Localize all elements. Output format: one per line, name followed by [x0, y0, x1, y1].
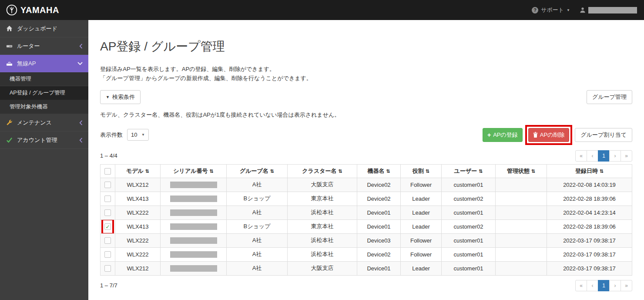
table-row: WLX222A社浜松本社Device02Followercustomer0120… — [101, 247, 632, 261]
sidebar-item-label: ダッシュボード — [17, 25, 57, 33]
row-checkbox[interactable] — [104, 209, 111, 216]
account-menu[interactable] — [580, 7, 637, 13]
select-all-checkbox[interactable] — [104, 168, 111, 175]
sidebar-item-label: アカウント管理 — [17, 136, 57, 144]
sidebar-item-router[interactable]: ルーター — [0, 37, 88, 55]
sort-icon[interactable]: ⇅ — [426, 169, 429, 174]
header-user[interactable]: ユーザー⇅ — [442, 164, 496, 178]
wireless-ap-submenu: 機器管理 AP登録 / グループ管理 管理対象外機器 — [0, 72, 88, 114]
cell-user: customer01 — [442, 261, 496, 275]
chevron-left-icon — [79, 44, 83, 49]
ap-register-button[interactable]: + APの登録 — [483, 128, 523, 142]
trash-icon — [533, 132, 538, 138]
cell-date: 2022-02-28 18:39:06 — [547, 192, 632, 206]
pagination-prev[interactable]: ‹ — [587, 150, 598, 162]
topbar-right: ? サポート ▼ — [532, 6, 637, 14]
row-select-cell — [101, 192, 115, 206]
sidebar-item-maintenance[interactable]: メンテナンス — [0, 114, 88, 131]
sort-icon[interactable]: ⇅ — [386, 169, 390, 174]
header-model[interactable]: モデル⇅ — [115, 164, 161, 178]
sidebar-item-dashboard[interactable]: ダッシュボード — [0, 20, 88, 37]
sidebar-item-ap-registration[interactable]: AP登録 / グループ管理 — [0, 86, 88, 100]
result-range-bottom: 1 – 7/7 — [100, 282, 117, 289]
cell-model: WLX212 — [115, 178, 161, 192]
header-date[interactable]: 登録日時⇅ — [547, 164, 632, 178]
pagination-page-1[interactable]: 1 — [598, 150, 610, 162]
sidebar-item-wireless-ap[interactable]: 無線AP — [0, 55, 88, 72]
row-checkbox[interactable] — [104, 196, 111, 202]
cell-status — [496, 178, 547, 192]
cell-role: Follower — [401, 233, 442, 247]
chevron-left-icon — [79, 120, 83, 125]
header-cluster[interactable]: クラスター名⇅ — [288, 164, 357, 178]
group-assign-button[interactable]: グループ割り当て — [575, 128, 632, 142]
cell-group: A社 — [227, 247, 288, 261]
support-menu[interactable]: ? サポート ▼ — [532, 6, 570, 14]
ap-delete-button[interactable]: APの削除 — [528, 128, 570, 142]
cell-role: Leader — [401, 261, 442, 275]
cell-date: 2022-03-17 09:38:17 — [547, 261, 632, 275]
sort-icon[interactable]: ⇅ — [531, 169, 535, 174]
pagination-top: « ‹ 1 › » — [575, 150, 632, 162]
header-device[interactable]: 機器名⇅ — [357, 164, 401, 178]
sidebar-item-label: 無線AP — [17, 60, 36, 67]
header-role[interactable]: 役割⇅ — [401, 164, 442, 178]
sort-icon[interactable]: ⇅ — [210, 169, 214, 174]
row-checkbox[interactable] — [104, 265, 111, 272]
sort-icon[interactable]: ⇅ — [600, 169, 604, 174]
cell-device: Device02 — [357, 247, 401, 261]
cell-cluster: 東京本社 — [288, 192, 357, 206]
sort-icon[interactable]: ⇅ — [270, 169, 274, 174]
controls-row: 表示件数 10 ▼ + APの登録 — [100, 125, 632, 145]
access-point-icon — [6, 60, 13, 67]
sidebar-item-device-management[interactable]: 機器管理 — [0, 72, 88, 86]
pagination-page-1[interactable]: 1 — [598, 280, 610, 291]
page-description: 登録済みAP一覧を表示します。APの登録、編集、削除ができます。 「グループ管理… — [100, 64, 632, 83]
page-size-select[interactable]: 10 ▼ — [127, 129, 149, 141]
pagination-last[interactable]: » — [621, 150, 632, 162]
cell-date: 2022-02-08 14:03:19 — [547, 178, 632, 192]
sort-icon[interactable]: ⇅ — [145, 169, 149, 174]
group-manage-button[interactable]: グループ管理 — [587, 90, 632, 104]
page-size-control: 表示件数 10 ▼ — [100, 129, 149, 141]
serial-redacted — [170, 182, 217, 188]
description-line-2: 「グループ管理」からグループの新規作成、編集、削除を行なうことができます。 — [100, 74, 632, 83]
cell-role: Leader — [401, 206, 442, 219]
table-row: WLX212A社大阪支店Device01Leadercustomer012022… — [101, 261, 632, 275]
chevron-down-icon: ▼ — [567, 8, 570, 12]
pagination-next[interactable]: › — [609, 280, 621, 291]
row-select-cell — [101, 247, 115, 261]
pagination-next[interactable]: › — [609, 150, 621, 162]
row-checkbox[interactable] — [104, 237, 111, 244]
page-title: AP登録 / グループ管理 — [100, 38, 632, 55]
header-group[interactable]: グループ名⇅ — [227, 164, 288, 178]
ap-table: モデル⇅ シリアル番号⇅ グループ名⇅ クラスター名⇅ 機器名⇅ 役割⇅ ユーザ… — [100, 164, 632, 276]
cell-serial — [161, 233, 227, 247]
search-condition-toggle[interactable]: ▼ 検索条件 — [100, 90, 141, 104]
header-serial[interactable]: シリアル番号⇅ — [161, 164, 227, 178]
support-label: サポート — [541, 6, 564, 14]
cell-user: customer01 — [442, 233, 496, 247]
table-note: モデル、クラスター名、機器名、役割はAPが1度も接続されていない場合は表示されま… — [100, 111, 632, 119]
cell-role: Follower — [401, 178, 442, 192]
sort-icon[interactable]: ⇅ — [339, 169, 342, 174]
row-checkbox[interactable] — [104, 251, 111, 258]
sidebar-item-unmanaged-devices[interactable]: 管理対象外機器 — [0, 100, 88, 114]
pagination-prev[interactable]: ‹ — [587, 280, 598, 291]
row-checkbox[interactable] — [104, 182, 111, 188]
pagination-first[interactable]: « — [575, 280, 587, 291]
page-size-value: 10 — [131, 131, 137, 138]
caret-down-icon: ▼ — [141, 133, 145, 137]
cell-status — [496, 206, 547, 219]
yamaha-logo-icon — [6, 4, 17, 16]
pagination-first[interactable]: « — [575, 150, 587, 162]
cell-status — [496, 247, 547, 261]
description-line-1: 登録済みAP一覧を表示します。APの登録、編集、削除ができます。 — [100, 64, 632, 74]
pagination-last[interactable]: » — [621, 280, 632, 291]
table-row: WLX413Bショップ東京本社Device02Leadercustomer022… — [101, 192, 632, 206]
row-checkbox[interactable]: ✓ — [104, 223, 111, 230]
cell-device: Device01 — [357, 261, 401, 275]
header-status[interactable]: 管理状態⇅ — [496, 164, 547, 178]
sidebar-item-account-management[interactable]: アカウント管理 — [0, 131, 88, 149]
sort-icon[interactable]: ⇅ — [479, 169, 483, 174]
